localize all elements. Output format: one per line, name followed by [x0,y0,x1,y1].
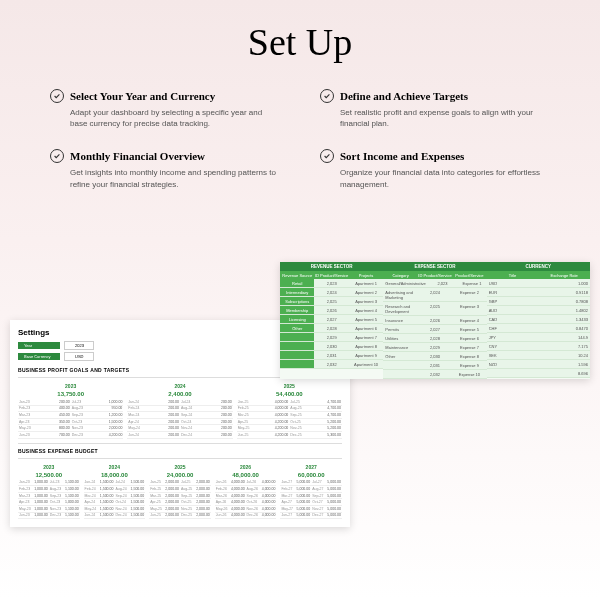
sector-table: CURRENCYTitleExchange RateUSD1.000EUR0.9… [487,262,590,379]
year-header: 2023 [18,463,80,471]
year-total: 2,400.00 [127,390,232,399]
check-icon [50,89,64,103]
page-title: Set Up [0,0,600,89]
feature-3: Sort Income and ExpensesOrganize your fi… [320,149,550,189]
year-header: 2026 [215,463,277,471]
check-icon [50,149,64,163]
year-header: 2025 [237,382,342,390]
feature-desc: Get insights into monthly income and spe… [50,167,280,189]
feature-title: Select Your Year and Currency [70,90,215,102]
feature-1: Define and Achieve TargetsSet realistic … [320,89,550,129]
year-total: 54,400.00 [237,390,342,399]
year-total: 18,000.00 [84,471,146,480]
feature-title: Define and Achieve Targets [340,90,468,102]
feature-2: Monthly Financial OverviewGet insights i… [50,149,280,189]
features-grid: Select Your Year and CurrencyAdapt your … [0,89,600,210]
select-label: Base Currency [18,353,60,360]
year-total: 13,750.00 [18,390,123,399]
year-header: 2023 [18,382,123,390]
expense-section-header: BUSINESS EXPENSE BUDGET [18,448,342,454]
year-total: 24,000.00 [149,471,211,480]
feature-desc: Adapt your dashboard by selecting a spec… [50,107,280,129]
feature-desc: Organize your financial data into catego… [320,167,550,189]
year-header: 2027 [280,463,342,471]
year-header: 2024 [84,463,146,471]
select-value[interactable]: 2023 [64,341,94,350]
year-total: 60,000.00 [280,471,342,480]
check-icon [320,149,334,163]
select-value[interactable]: USD [64,352,94,361]
feature-desc: Set realistic profit and expense goals t… [320,107,550,129]
year-total: 48,000.00 [215,471,277,480]
select-label: Year [18,342,60,349]
check-icon [320,89,334,103]
year-header: 2024 [127,382,232,390]
feature-0: Select Your Year and CurrencyAdapt your … [50,89,280,129]
feature-title: Sort Income and Expenses [340,150,464,162]
sector-table: REVENUE SECTORRevenue SourceID Product/S… [280,262,383,379]
sectors-screenshot: REVENUE SECTORRevenue SourceID Product/S… [280,262,590,379]
year-total: 12,500.00 [18,471,80,480]
sector-table: EXPENSE SECTORCategoryID Product/Service… [383,262,486,379]
year-header: 2025 [149,463,211,471]
feature-title: Monthly Financial Overview [70,150,205,162]
